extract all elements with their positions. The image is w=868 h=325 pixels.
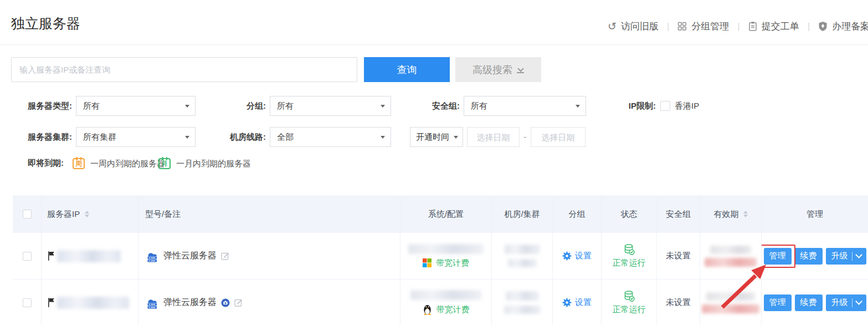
cluster-value: 所有集群 — [83, 132, 116, 143]
group-filter-value: 所有 — [277, 101, 294, 111]
header-divider — [0, 44, 868, 45]
flag-icon — [47, 297, 55, 308]
expire-month-link[interactable]: 一月内到期的服务器 — [176, 156, 251, 170]
line-label: 机房线路: — [222, 127, 266, 147]
group-management-link[interactable]: 分组管理 — [677, 20, 729, 33]
cloud-server-icon — [145, 250, 159, 263]
ticket-icon — [748, 21, 757, 32]
linux-penguin-icon — [423, 304, 432, 315]
security-group-filter-label: 安全组: — [413, 96, 460, 116]
cloud-server-icon — [145, 296, 159, 309]
group-setting-link[interactable]: 设置 — [575, 251, 592, 261]
col-room: 机房/集群 — [504, 209, 540, 220]
redacted-config — [410, 290, 481, 300]
col-status: 状态 — [621, 209, 638, 220]
upgrade-button[interactable]: 升级 — [826, 248, 866, 265]
hongkong-ip-checkbox[interactable] — [660, 101, 670, 111]
divider — [852, 252, 852, 261]
date-type-select[interactable]: 开通时间 — [410, 127, 463, 147]
group-select[interactable]: 所有 — [270, 96, 391, 116]
group-filter-label: 分组: — [222, 96, 266, 116]
redacted-config — [408, 244, 484, 254]
upgrade-button[interactable]: 升级 — [826, 294, 866, 311]
server-type-select[interactable]: 所有 — [76, 96, 196, 116]
security-group-value: 未设置 — [666, 297, 691, 308]
server-table: 服务器IP 型号/备注 系统/配置 机房/集群 分组 状态 安全组 有效期 管理 — [13, 195, 868, 325]
col-model: 型号/备注 — [145, 209, 181, 220]
shield-icon — [818, 21, 828, 32]
caret-down-icon — [185, 136, 189, 139]
expire-week-link[interactable]: 一周内到期的服务器 — [90, 156, 165, 170]
server-model-label: 弹性云服务器 — [163, 250, 217, 262]
security-group-value: 未设置 — [666, 251, 691, 261]
sort-icon[interactable] — [743, 211, 748, 217]
filing-link[interactable]: 办理备案 — [818, 20, 868, 33]
caret-down-icon — [454, 136, 458, 139]
manage-button[interactable]: 管理 — [764, 294, 792, 311]
redacted-validity-warning — [705, 258, 757, 267]
chevron-down-icon — [855, 298, 862, 305]
divider: | — [667, 21, 669, 32]
line-select[interactable]: 全部 — [270, 127, 391, 147]
upgrade-label: 升级 — [831, 251, 848, 261]
status-label: 正常运行 — [613, 304, 646, 315]
visit-old-version-link[interactable]: ↺ 访问旧版 — [608, 20, 659, 33]
submit-ticket-label: 提交工单 — [762, 20, 799, 33]
select-all-checkbox[interactable] — [23, 210, 32, 219]
expire-label: 即将到期: — [11, 156, 64, 170]
cluster-label: 服务器集群: — [11, 127, 72, 147]
submit-ticket-link[interactable]: 提交工单 — [748, 20, 799, 33]
search-input[interactable] — [11, 57, 357, 82]
redacted-validity-warning — [702, 304, 759, 313]
server-type-label: 服务器类型: — [11, 96, 72, 116]
caret-down-icon — [381, 105, 385, 108]
caret-down-icon — [185, 105, 189, 108]
manage-button[interactable]: 管理 — [764, 248, 792, 265]
dedicated-server-console: 独立服务器 ↺ 访问旧版 | 分组管理 | — [0, 0, 868, 325]
divider — [852, 298, 852, 307]
query-button[interactable]: 查询 — [364, 57, 450, 82]
col-group: 分组 — [569, 209, 585, 220]
date-end-input[interactable] — [531, 127, 585, 147]
group-setting-link[interactable]: 设置 — [575, 297, 592, 308]
gear-icon — [562, 298, 572, 307]
edit-remark-icon[interactable] — [221, 252, 229, 260]
sort-icon[interactable] — [85, 211, 89, 217]
security-group-filter-value: 所有 — [471, 101, 487, 111]
cluster-select[interactable]: 所有集群 — [76, 127, 196, 147]
hongkong-ip-option-label: 香港IP — [675, 96, 699, 116]
col-server-ip: 服务器IP — [47, 209, 80, 220]
server-model-label: 弹性云服务器 — [163, 297, 217, 308]
date-start-input[interactable] — [467, 127, 520, 147]
month-calendar-icon[interactable]: 月 — [158, 158, 171, 169]
redacted-cluster — [504, 306, 541, 314]
advanced-search-label: 高级搜索 — [472, 63, 512, 77]
security-group-select[interactable]: 所有 — [464, 96, 586, 116]
redacted-validity-date — [710, 246, 751, 254]
renew-button[interactable]: 续费 — [795, 248, 823, 265]
redacted-room — [506, 291, 539, 301]
divider: | — [737, 21, 739, 32]
row-checkbox[interactable] — [23, 298, 32, 307]
snapshot-badge-icon — [221, 298, 230, 307]
week-calendar-char: 周 — [75, 159, 82, 169]
header-links: ↺ 访问旧版 | 分组管理 | — [608, 20, 868, 33]
line-value: 全部 — [277, 132, 294, 143]
redacted-server-ip — [57, 297, 129, 309]
date-range-separator: - — [521, 127, 529, 147]
redacted-validity-date — [706, 292, 755, 301]
status-running-icon — [623, 243, 635, 256]
billing-type-label: 带宽计费 — [436, 258, 469, 268]
edit-remark-icon[interactable] — [234, 298, 243, 307]
divider: | — [808, 21, 810, 32]
redacted-server-ip — [57, 250, 121, 262]
row-checkbox[interactable] — [23, 252, 32, 261]
visit-old-version-label: 访问旧版 — [621, 20, 659, 33]
advanced-search-button[interactable]: 高级搜索 — [455, 57, 541, 82]
col-manage: 管理 — [807, 209, 823, 220]
week-calendar-icon[interactable]: 周 — [73, 158, 85, 169]
renew-button[interactable]: 续费 — [795, 294, 823, 311]
restore-icon: ↺ — [608, 21, 617, 32]
col-security: 安全组 — [666, 209, 691, 220]
grid-icon — [677, 22, 687, 31]
